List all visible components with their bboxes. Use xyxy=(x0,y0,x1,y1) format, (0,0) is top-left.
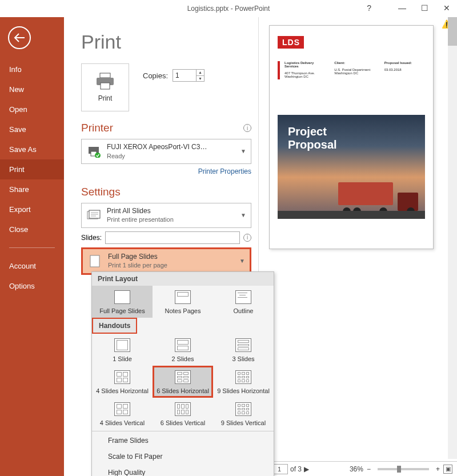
close-icon[interactable]: ✕ xyxy=(443,3,450,13)
info-icon[interactable]: i xyxy=(243,124,251,132)
slides-label: Slides: xyxy=(81,234,102,242)
page-total: of 3 xyxy=(290,465,302,473)
chevron-down-icon: ▼ xyxy=(240,148,246,154)
layout-option-1-slide[interactable]: 1 Slide xyxy=(92,334,153,366)
printer-heading: Printer xyxy=(81,122,113,134)
window-controls: — ☐ ✕ xyxy=(398,3,450,13)
layout-option-4-slides-vertical[interactable]: 4 Slides Vertical xyxy=(92,398,153,430)
sidebar-item-options[interactable]: Options xyxy=(0,276,64,296)
sidebar-item-print[interactable]: Print xyxy=(0,159,64,179)
preview-hero-image: Project Proposal xyxy=(278,115,425,219)
print-button-label: Print xyxy=(98,94,113,102)
sidebar-item-export[interactable]: Export xyxy=(0,199,64,219)
layout-option-9-slides-horizontal[interactable]: 9 Slides Horizontal xyxy=(213,366,274,398)
preview-page: LDS Logistics Delivery Services407 Thomp… xyxy=(269,25,434,249)
back-button[interactable] xyxy=(8,26,31,49)
svg-rect-11 xyxy=(90,255,99,267)
zoom-value: 36% xyxy=(350,465,363,473)
chevron-down-icon: ▼ xyxy=(240,212,246,218)
chevron-down-icon: ▼ xyxy=(239,258,245,264)
page-icon xyxy=(87,254,102,268)
help-icon[interactable]: ? xyxy=(367,3,371,13)
maximize-icon[interactable]: ☐ xyxy=(421,3,428,13)
svg-rect-0 xyxy=(100,73,110,78)
copies-label: Copies: xyxy=(143,71,168,80)
layout-option-outline[interactable]: Outline xyxy=(213,286,274,318)
sidebar-item-save-as[interactable]: Save As xyxy=(0,139,64,159)
next-page-button[interactable]: ▶ xyxy=(304,465,309,473)
layout-option-6-slides-vertical[interactable]: 6 Slides Vertical xyxy=(153,398,213,430)
backstage-sidebar: InfoNewOpenSaveSave AsPrintShareExportCl… xyxy=(0,17,64,476)
page-title: Print xyxy=(81,31,251,53)
zoom-out-button[interactable]: − xyxy=(367,465,371,473)
option-high-quality[interactable]: High Quality xyxy=(92,465,274,476)
sidebar-item-close[interactable]: Close xyxy=(0,219,64,239)
logo: LDS xyxy=(278,36,304,49)
layout-option-notes-pages[interactable]: Notes Pages xyxy=(153,286,213,318)
sidebar-item-new[interactable]: New xyxy=(0,79,64,99)
layout-option-9-slides-vertical[interactable]: 9 Slides Vertical xyxy=(213,398,274,430)
preview-statusbar: ◀ 1 of 3 ▶ 36% − + ▣ xyxy=(259,461,457,476)
slides-icon xyxy=(86,210,101,221)
zoom-in-button[interactable]: + xyxy=(436,465,440,473)
printer-properties-link[interactable]: Printer Properties xyxy=(81,167,251,175)
minimize-icon[interactable]: — xyxy=(398,3,406,13)
layout-option-full-page-slides[interactable]: Full Page Slides xyxy=(92,286,153,318)
fit-page-button[interactable]: ▣ xyxy=(443,465,452,474)
zoom-slider[interactable] xyxy=(378,468,429,470)
preview-scrollbar[interactable] xyxy=(448,17,457,459)
info-icon[interactable]: i xyxy=(243,234,251,242)
option-frame-slides[interactable]: Frame Slides xyxy=(92,433,274,449)
sidebar-item-open[interactable]: Open xyxy=(0,99,64,119)
printer-icon xyxy=(95,73,115,90)
copies-input[interactable]: 1 ▲▼ xyxy=(173,69,205,82)
app-title: Logistics.pptx - PowerPoint xyxy=(187,5,270,13)
layout-select[interactable]: Full Page Slides Print 1 slide per page … xyxy=(81,247,251,275)
layout-option-3-slides[interactable]: 3 Slides xyxy=(213,334,274,366)
settings-heading: Settings xyxy=(81,186,121,198)
sidebar-item-share[interactable]: Share xyxy=(0,179,64,199)
slides-input[interactable] xyxy=(105,231,240,244)
dropdown-section-handouts: Handouts xyxy=(92,318,137,334)
sidebar-item-info[interactable]: Info xyxy=(0,59,64,79)
print-button[interactable]: Print xyxy=(81,63,129,111)
sidebar-item-account[interactable]: Account xyxy=(0,256,64,276)
preview-pane: LDS Logistics Delivery Services407 Thomp… xyxy=(258,17,457,476)
copies-spinner[interactable]: ▲▼ xyxy=(196,70,204,81)
layout-option-4-slides-horizontal[interactable]: 4 Slides Horizontal xyxy=(92,366,153,398)
option-scale-fit[interactable]: Scale to Fit Paper xyxy=(92,449,274,465)
printer-select[interactable]: FUJI XEROX ApeosPort-VI C3… Ready ▼ xyxy=(81,139,251,164)
title-bar: Logistics.pptx - PowerPoint ? — ☐ ✕ xyxy=(0,0,457,17)
printer-status-icon xyxy=(86,145,101,158)
layout-dropdown: Print Layout Full Page SlidesNotes Pages… xyxy=(91,271,274,476)
sidebar-item-save[interactable]: Save xyxy=(0,119,64,139)
layout-option-6-slides-horizontal[interactable]: 6 Slides Horizontal xyxy=(153,366,213,398)
dropdown-section-layout: Print Layout xyxy=(92,272,274,286)
print-range-select[interactable]: Print All Slides Print entire presentati… xyxy=(81,203,251,228)
svg-rect-2 xyxy=(101,83,110,89)
layout-option-2-slides[interactable]: 2 Slides xyxy=(153,334,213,366)
